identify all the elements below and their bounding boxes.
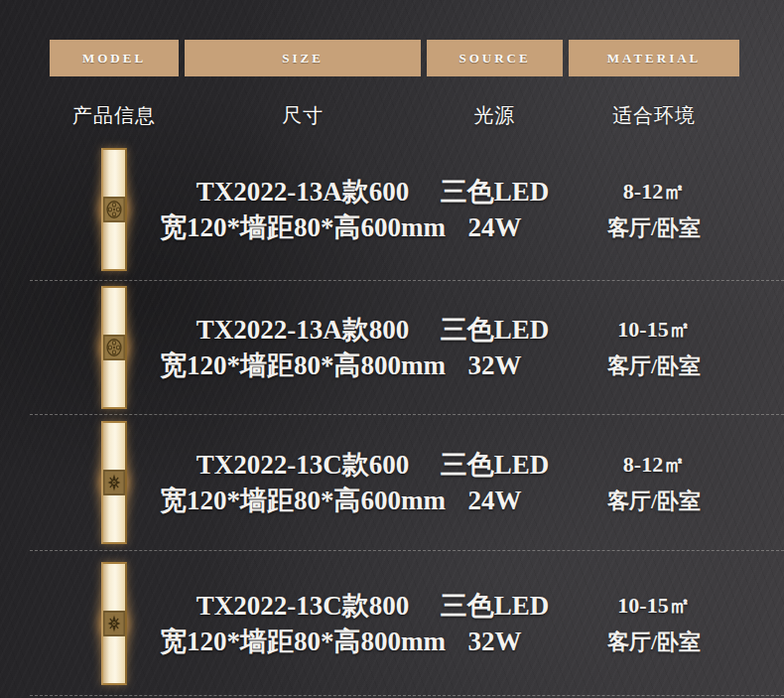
lamp-body	[101, 286, 127, 409]
model-number: TX2022-13A款600	[196, 174, 410, 209]
product-spec-sheet: MODEL SIZE SOURCE MATERIAL 产品信息 尺寸 光源 适合…	[0, 0, 784, 698]
room-types: 客厅/卧室	[607, 209, 701, 246]
lamp-panel-bottom	[103, 495, 125, 542]
room-types: 客厅/卧室	[607, 483, 701, 519]
lamp-panel-top	[103, 150, 125, 197]
environment-cell: 8-12㎡ 客厅/卧室	[569, 446, 739, 519]
light-source-cell: 三色LED 32W	[427, 312, 563, 383]
dimensions: 宽120*墙距80*高800mm	[160, 348, 446, 383]
led-type: 三色LED	[441, 174, 550, 209]
lamp-panel-top	[103, 288, 125, 335]
wall-lamp-photo-13a	[101, 148, 127, 271]
room-area: 8-12㎡	[623, 173, 685, 209]
table-subheader-row: 产品信息 尺寸 光源 适合环境	[50, 99, 739, 131]
subheader-size: 尺寸	[185, 99, 421, 131]
environment-cell: 10-15㎡ 客厅/卧室	[569, 311, 739, 384]
lamp-body	[101, 421, 127, 544]
lamp-medallion-knot-icon	[103, 611, 125, 636]
header-source: SOURCE	[427, 40, 563, 76]
model-size-cell: TX2022-13A款600 宽120*墙距80*高600mm	[185, 174, 421, 245]
wattage: 32W	[468, 348, 522, 383]
subheader-environment: 适合环境	[569, 99, 739, 131]
environment-cell: 10-15㎡ 客厅/卧室	[569, 587, 739, 660]
wall-lamp-photo-13c	[101, 562, 127, 685]
dimensions: 宽120*墙距80*高800mm	[160, 624, 446, 659]
lamp-panel-top	[103, 564, 125, 611]
header-model: MODEL	[50, 40, 179, 76]
subheader-light-source: 光源	[427, 99, 563, 131]
model-number: TX2022-13A款800	[196, 312, 410, 348]
subheader-product-info: 产品信息	[50, 99, 179, 131]
model-size-cell: TX2022-13C款800 宽120*墙距80*高800mm	[185, 588, 421, 659]
lamp-panel-bottom	[103, 222, 125, 269]
table-row: TX2022-13A款800 宽120*墙距80*高800mm 三色LED 32…	[30, 281, 784, 415]
header-size: SIZE	[185, 40, 421, 76]
wall-lamp-photo-13a	[101, 286, 127, 409]
room-area: 10-15㎡	[617, 587, 690, 624]
table-row: TX2022-13A款600 宽120*墙距80*高600mm 三色LED 24…	[30, 139, 784, 281]
table-header-row: MODEL SIZE SOURCE MATERIAL	[50, 40, 739, 76]
dimensions: 宽120*墙距80*高600mm	[160, 483, 446, 518]
room-area: 10-15㎡	[617, 311, 690, 348]
room-area: 8-12㎡	[623, 446, 685, 483]
light-source-cell: 三色LED 24W	[427, 447, 563, 518]
led-type: 三色LED	[441, 312, 550, 348]
room-types: 客厅/卧室	[607, 348, 701, 384]
environment-cell: 8-12㎡ 客厅/卧室	[569, 173, 739, 246]
light-source-cell: 三色LED 24W	[427, 174, 563, 245]
model-number: TX2022-13C款600	[196, 447, 410, 483]
lamp-body	[101, 148, 127, 271]
lamp-medallion-circle-icon	[103, 335, 125, 360]
model-size-cell: TX2022-13C款600 宽120*墙距80*高600mm	[185, 447, 421, 518]
lamp-panel-top	[103, 423, 125, 470]
table-row: TX2022-13C款600 宽120*墙距80*高600mm 三色LED 24…	[30, 415, 784, 551]
wattage: 24W	[468, 209, 522, 245]
model-number: TX2022-13C款800	[196, 588, 410, 624]
wattage: 24W	[468, 483, 522, 518]
model-size-cell: TX2022-13A款800 宽120*墙距80*高800mm	[185, 312, 421, 383]
led-type: 三色LED	[441, 447, 550, 483]
table-row: TX2022-13C款800 宽120*墙距80*高800mm 三色LED 32…	[30, 551, 784, 696]
light-source-cell: 三色LED 32W	[427, 588, 563, 659]
wall-lamp-photo-13c	[101, 421, 127, 544]
lamp-medallion-circle-icon	[103, 197, 125, 222]
room-types: 客厅/卧室	[607, 624, 701, 660]
led-type: 三色LED	[441, 588, 550, 624]
header-material: MATERIAL	[569, 40, 739, 76]
lamp-body	[101, 562, 127, 685]
wattage: 32W	[468, 624, 522, 659]
lamp-panel-bottom	[103, 636, 125, 683]
dimensions: 宽120*墙距80*高600mm	[160, 209, 446, 245]
lamp-medallion-knot-icon	[103, 470, 125, 495]
product-rows: TX2022-13A款600 宽120*墙距80*高600mm 三色LED 24…	[0, 139, 784, 696]
lamp-panel-bottom	[103, 360, 125, 407]
